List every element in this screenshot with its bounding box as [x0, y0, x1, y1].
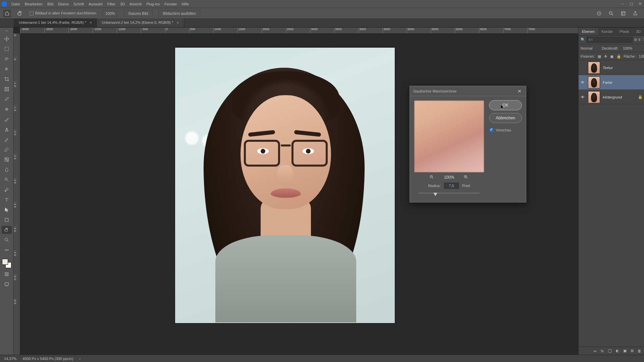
menu-fenster[interactable]: Fenster: [164, 2, 177, 6]
move-tool[interactable]: [2, 35, 12, 43]
new-layer-icon[interactable]: ⊞: [631, 349, 634, 353]
document-canvas[interactable]: [175, 48, 395, 323]
layer-mask-icon[interactable]: ◯: [608, 349, 612, 353]
layer-row[interactable]: 👁 Farbe: [579, 75, 644, 90]
edit-toolbar-icon[interactable]: [2, 246, 12, 254]
screen-mode-icon[interactable]: [2, 280, 12, 288]
slider-handle-icon[interactable]: [433, 193, 437, 196]
lasso-tool[interactable]: [2, 55, 12, 63]
tab-ebenen[interactable]: Ebenen: [579, 28, 598, 35]
dialog-preview[interactable]: [414, 100, 484, 173]
workspace-switcher-icon[interactable]: [621, 11, 626, 16]
link-layers-icon[interactable]: ⫘: [593, 349, 597, 353]
fit-whole-image-button[interactable]: Ganzes Bild: [124, 10, 152, 17]
filter-type-icon[interactable]: T: [643, 38, 644, 42]
layer-thumbnail[interactable]: [588, 76, 600, 88]
layer-visibility-toggle[interactable]: 👁: [580, 95, 585, 100]
fill-screen-button[interactable]: Bildschirm ausfüllen: [159, 10, 200, 17]
dialog-close-icon[interactable]: ✕: [517, 88, 523, 94]
shape-tool[interactable]: [2, 216, 12, 224]
toolbox-collapse-icon[interactable]: ››: [5, 29, 8, 32]
tab-3d[interactable]: 3D: [633, 28, 644, 35]
menu-datei[interactable]: Datei: [11, 2, 20, 6]
menu-ansicht[interactable]: Ansicht: [129, 2, 142, 6]
scroll-all-windows-option[interactable]: Bildlauf in allen Fenstern durchführen: [30, 11, 96, 15]
menu-plugins[interactable]: Plug-ins: [146, 2, 160, 6]
menu-bearbeiten[interactable]: Bearbeiten: [25, 2, 43, 6]
quick-mask-icon[interactable]: [2, 270, 12, 278]
path-selection-tool[interactable]: [2, 206, 12, 214]
eraser-tool[interactable]: [2, 145, 12, 154]
brush-tool[interactable]: [2, 115, 12, 123]
hand-tool[interactable]: [2, 226, 12, 234]
crop-tool[interactable]: [2, 75, 12, 83]
layer-group-icon[interactable]: ▣: [623, 349, 627, 353]
status-doc-info[interactable]: 4500 Px x 5400 Px (300 ppcm): [22, 357, 73, 361]
pen-tool[interactable]: [2, 186, 12, 194]
cancel-button[interactable]: Abbrechen: [489, 113, 522, 123]
layer-fx-icon[interactable]: fx: [601, 349, 604, 353]
menu-3d[interactable]: 3D: [120, 2, 125, 6]
window-minimize-icon[interactable]: ─: [621, 2, 625, 6]
checkbox-checked-icon[interactable]: [489, 128, 494, 132]
blur-tool[interactable]: [2, 166, 12, 174]
magic-wand-tool[interactable]: [2, 65, 12, 73]
status-zoom[interactable]: 14,37%: [4, 357, 16, 361]
search-icon[interactable]: [608, 11, 614, 16]
layer-row[interactable]: 👁 Hintergrund 🔒: [579, 90, 644, 105]
layer-row[interactable]: Textur: [579, 60, 644, 75]
layer-lock-icon[interactable]: 🔒: [638, 95, 643, 99]
layer-filter-input[interactable]: [587, 37, 633, 43]
lock-artboard-icon[interactable]: ▣: [610, 54, 613, 58]
color-swatches[interactable]: [2, 259, 11, 268]
lock-pixels-icon[interactable]: ▦: [598, 54, 601, 58]
adjustment-layer-icon[interactable]: ◐: [616, 349, 619, 353]
menu-auswahl[interactable]: Auswahl: [89, 2, 103, 6]
clone-stamp-tool[interactable]: [2, 125, 12, 133]
tab-kanaele[interactable]: Kanäle: [598, 28, 616, 35]
layer-name[interactable]: Hintergrund: [603, 95, 622, 99]
history-brush-tool[interactable]: [2, 135, 12, 143]
zoom-tool[interactable]: [2, 236, 12, 244]
foreground-color-swatch[interactable]: [2, 259, 8, 265]
home-button[interactable]: [3, 10, 11, 17]
tab-pfade[interactable]: Pfade: [616, 28, 633, 35]
filter-image-icon[interactable]: ▦: [634, 38, 637, 42]
layer-thumbnail[interactable]: [588, 91, 600, 103]
status-chevron-icon[interactable]: ›: [79, 357, 80, 361]
lock-all-icon[interactable]: 🔒: [616, 54, 621, 58]
layer-visibility-toggle[interactable]: 👁: [580, 80, 585, 85]
layer-name[interactable]: Farbe: [603, 80, 612, 84]
type-tool[interactable]: [2, 196, 12, 204]
menu-ebene[interactable]: Ebene: [58, 2, 69, 6]
zoom-out-icon[interactable]: [429, 175, 435, 180]
dialog-titlebar[interactable]: Gaußscher Weichzeichner ✕: [410, 86, 526, 96]
blend-mode-select[interactable]: Normal: [581, 46, 600, 50]
opacity-value[interactable]: 100%: [623, 46, 642, 50]
zoom-in-icon[interactable]: [464, 175, 469, 180]
close-tab-icon[interactable]: ×: [90, 20, 92, 25]
menu-schrift[interactable]: Schrift: [73, 2, 84, 6]
menu-bild[interactable]: Bild: [47, 2, 53, 6]
marquee-tool[interactable]: [2, 45, 12, 53]
eyedropper-tool[interactable]: [2, 95, 12, 103]
layer-name[interactable]: Textur: [603, 66, 613, 70]
lock-position-icon[interactable]: ✜: [604, 54, 607, 58]
share-icon[interactable]: [633, 11, 638, 16]
frame-tool[interactable]: [2, 85, 12, 93]
ok-button[interactable]: OK: [489, 100, 522, 110]
menu-filter[interactable]: Filter: [107, 2, 115, 6]
delete-layer-icon[interactable]: 🗑: [638, 349, 641, 353]
layer-visibility-toggle[interactable]: [580, 65, 585, 70]
menu-hilfe[interactable]: Hilfe: [181, 2, 189, 6]
close-tab-icon[interactable]: ×: [177, 20, 179, 25]
window-maximize-icon[interactable]: ▢: [629, 2, 633, 6]
preview-checkbox[interactable]: Vorschau: [489, 128, 522, 132]
document-tab[interactable]: Unbenannt-1 bei 14,4% (Farbe, RGB/8) * ×: [14, 18, 97, 27]
layer-thumbnail[interactable]: [588, 62, 600, 74]
dodge-tool[interactable]: [2, 176, 12, 184]
radius-input[interactable]: [444, 183, 459, 189]
healing-brush-tool[interactable]: [2, 105, 12, 113]
zoom-level-button[interactable]: 100%: [102, 10, 118, 16]
cloud-sync-icon[interactable]: [596, 11, 602, 16]
